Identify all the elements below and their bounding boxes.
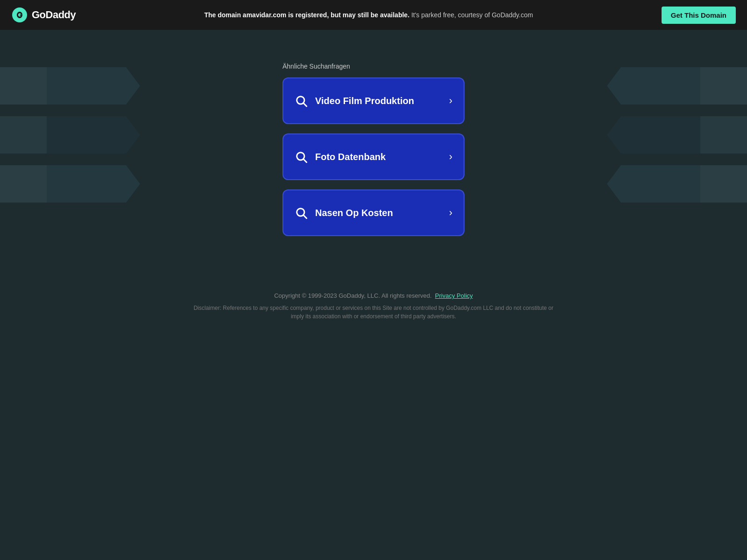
copyright-text: Copyright © 1999-2023 GoDaddy, LLC. All … — [0, 292, 747, 299]
card-label-3: Nasen Op Kosten — [315, 208, 393, 218]
header: GoDaddy The domain amavidar.com is regis… — [0, 0, 747, 30]
search-icon — [295, 150, 308, 163]
section-title: Ähnliche Suchanfragen — [282, 63, 350, 70]
search-cards-container: Video Film Produktion › Foto Datenbank › — [282, 77, 465, 236]
search-icon — [295, 206, 308, 219]
footer: Copyright © 1999-2023 GoDaddy, LLC. All … — [0, 292, 747, 339]
logo-text: GoDaddy — [32, 9, 76, 21]
search-card-2[interactable]: Foto Datenbank › — [282, 133, 465, 180]
main-content: Ähnliche Suchanfragen Video Film Produkt… — [0, 30, 747, 236]
card-left-1: Video Film Produktion — [295, 94, 414, 107]
search-card-3[interactable]: Nasen Op Kosten › — [282, 189, 465, 236]
header-rest-message: It's parked free, courtesy of GoDaddy.co… — [409, 11, 533, 19]
chevron-right-icon: › — [449, 95, 452, 107]
search-icon — [295, 94, 308, 107]
card-label-2: Foto Datenbank — [315, 152, 386, 162]
header-message: The domain amavidar.com is registered, b… — [76, 11, 662, 19]
svg-point-0 — [12, 7, 27, 22]
disclaimer-text: Disclaimer: References to any specific c… — [187, 304, 560, 321]
godaddy-logo: GoDaddy — [11, 7, 76, 23]
copyright-static: Copyright © 1999-2023 GoDaddy, LLC. All … — [274, 292, 431, 299]
card-left-3: Nasen Op Kosten — [295, 206, 393, 219]
search-card-1[interactable]: Video Film Produktion › — [282, 77, 465, 124]
godaddy-logo-icon — [11, 7, 28, 23]
svg-line-6 — [303, 215, 306, 218]
get-domain-button[interactable]: Get This Domain — [662, 7, 736, 24]
card-left-2: Foto Datenbank — [295, 150, 386, 163]
svg-line-4 — [303, 159, 306, 162]
chevron-right-icon: › — [449, 207, 452, 219]
chevron-right-icon: › — [449, 151, 452, 163]
logo-area: GoDaddy — [11, 7, 76, 23]
privacy-policy-link[interactable]: Privacy Policy — [435, 292, 473, 299]
header-bold-message: The domain amavidar.com is registered, b… — [204, 11, 409, 19]
svg-line-2 — [303, 103, 306, 106]
card-label-1: Video Film Produktion — [315, 96, 414, 106]
